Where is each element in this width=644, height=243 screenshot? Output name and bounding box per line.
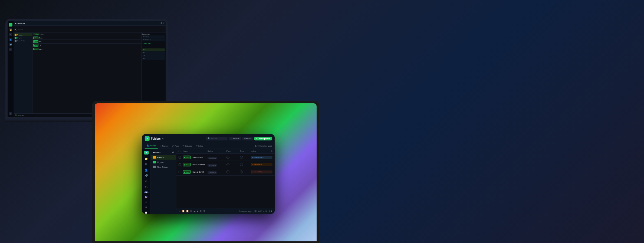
- folders-panel-header: Folders ⚙: [151, 150, 176, 155]
- bookmark-item-2[interactable]: Too...: [142, 51, 165, 54]
- new-folder-name: New Folder: [157, 166, 168, 168]
- sidebar-folder-icon[interactable]: 📁: [144, 157, 148, 160]
- extras-icon: ⚙: [196, 145, 198, 147]
- footer-icon-5[interactable]: ☁: [193, 210, 196, 212]
- checkbox-2[interactable]: [179, 163, 181, 166]
- sidebar-gear-icon[interactable]: ⚙: [145, 180, 147, 183]
- footer-icon-3[interactable]: 📋: [186, 210, 189, 212]
- sidebar-user-icon[interactable]: 👤: [144, 169, 148, 172]
- sidebar-display-icon[interactable]: 🖥: [145, 163, 147, 166]
- quick-add[interactable]: Quick Add: [142, 42, 165, 45]
- start-btn-3[interactable]: ▶ Start: [33, 44, 38, 47]
- bookmark-item-1[interactable]: Boo...: [142, 48, 165, 51]
- start-btn-row3[interactable]: ▶ Start: [183, 170, 191, 173]
- tab-statuses[interactable]: ⊙ Statuses: [180, 143, 194, 148]
- new-label: New Folder: [17, 40, 25, 42]
- row1-checkbox[interactable]: [179, 156, 183, 158]
- profile-row-3[interactable]: ▶ Start Litt...: [32, 44, 141, 47]
- row1-status: No status: [208, 155, 226, 160]
- sidebar-copy-icon[interactable]: 📋: [145, 211, 147, 214]
- create-profile-btn[interactable]: + Create profile: [254, 137, 272, 140]
- row3-name-cell: ▶ Start Harold Smith: [183, 170, 208, 173]
- rows-per-page-label: Rows per page:: [239, 210, 252, 212]
- row1-name-cell: ▶ Start Carl Parker: [183, 155, 208, 159]
- table-row-2[interactable]: ▶ Start Victor Nelson No status ○ ○: [176, 161, 275, 168]
- start-btn-2[interactable]: ▶ Start: [33, 40, 38, 43]
- left-logo: [9, 23, 12, 27]
- tab-extras[interactable]: ⚙ Extras: [194, 143, 205, 148]
- new-folder-icon: [153, 166, 156, 168]
- status-dot: [15, 114, 17, 116]
- tags-indicator-3: ○: [240, 170, 243, 173]
- power-icon: ⏻: [9, 112, 12, 115]
- amazon-folder-icon: [153, 156, 156, 159]
- center-header-bar: 🐬 Folders ⚙ 🔍 Search ↻ Refresh ⊞ Filters…: [142, 134, 275, 143]
- table-row-3[interactable]: ▶ Start Harold Smith No status ○ ○: [176, 168, 275, 176]
- refresh-btn[interactable]: ↻ Refresh: [229, 137, 241, 140]
- tab-proxies[interactable]: ☁ Proxies: [158, 143, 170, 148]
- metamask-item[interactable]: MetaMask: [142, 35, 165, 38]
- footer-icon-2[interactable]: 📋: [182, 210, 185, 212]
- checkbox-3[interactable]: [179, 170, 181, 173]
- sidebar-plus-icon[interactable]: ⊕: [145, 201, 147, 203]
- tab-profiles-sm[interactable]: Profiles: [33, 33, 40, 35]
- row3-proxy: ○: [226, 170, 240, 173]
- sidebar-power-icon[interactable]: ⏻: [145, 186, 147, 189]
- next-page-btn[interactable]: >: [271, 210, 272, 212]
- footer-icon-pause[interactable]: ⏸: [200, 210, 202, 212]
- filters-btn[interactable]: ⊞ Filters: [242, 137, 253, 140]
- sidebar-link-icon[interactable]: 🔗: [144, 174, 148, 177]
- start-btn-1[interactable]: ▶ Start: [33, 37, 38, 39]
- folder-item-crypto[interactable]: Crypto: [151, 160, 176, 165]
- left-search[interactable]: 🔍 Search: [14, 26, 166, 32]
- tab-ext-sm[interactable]: Ext...: [40, 33, 44, 35]
- add-icon-sm: +: [163, 22, 164, 24]
- bookmark-item-4[interactable]: Bar...: [142, 57, 165, 60]
- bookmark-item-3[interactable]: Litt...: [142, 54, 165, 57]
- checkbox-all[interactable]: [179, 150, 181, 152]
- search-bar[interactable]: 🔍 Search: [206, 137, 228, 140]
- row2-checkbox[interactable]: [179, 163, 183, 166]
- settings-icon-center[interactable]: ⚙: [162, 137, 164, 140]
- folder-amazon[interactable]: Amazon: [14, 33, 32, 36]
- user-icon: 👤: [9, 38, 12, 41]
- start-btn-4[interactable]: ▶ Start: [33, 48, 38, 50]
- folder-crypto[interactable]: Crypto: [14, 36, 32, 39]
- prev-page-btn[interactable]: <: [268, 210, 270, 212]
- profile-name-row3: Harold Smith: [192, 170, 204, 173]
- row3-tags: ○: [240, 170, 251, 173]
- search-icon-sm: 🔍: [15, 29, 17, 31]
- profile-row-2[interactable]: ▶ Start Tou...: [32, 40, 141, 44]
- footer-icon-play[interactable]: ▶: [197, 210, 199, 212]
- notes-settings-icon[interactable]: ⚙: [271, 150, 272, 152]
- folders-settings-icon[interactable]: ⚙: [172, 151, 174, 154]
- rows-count[interactable]: 5: [254, 210, 257, 212]
- authenticator-item[interactable]: Authenticator: [142, 38, 165, 41]
- footer-icon-1[interactable]: ✓: [179, 210, 181, 212]
- tags-indicator-1: ○: [240, 156, 243, 159]
- row3-checkbox[interactable]: [179, 170, 183, 173]
- center-app-window: 🐬 Folders ⚙ 🔍 Search ↻ Refresh ⊞ Filters…: [142, 134, 275, 214]
- sidebar-trash-icon[interactable]: 🗑: [145, 206, 147, 209]
- folder-item-new[interactable]: New Folder: [151, 165, 176, 169]
- footer-icon-4[interactable]: ⊕: [190, 210, 192, 212]
- profiles-icon: 👤: [147, 145, 149, 147]
- left-tabs: Profiles Ext...: [32, 32, 141, 36]
- sidebar-avatar: W: [144, 191, 148, 193]
- statuses-icon: ⊙: [182, 145, 184, 147]
- folder-new[interactable]: New Folder: [14, 39, 32, 42]
- proxy-indicator-3: ○: [226, 170, 229, 173]
- checkbox-1[interactable]: [179, 156, 181, 158]
- note-badge-3: ✏Not working...: [251, 170, 272, 173]
- col-tags-header: Tags: [240, 150, 251, 152]
- profile-row-4[interactable]: ▶ Start Bar...: [32, 47, 141, 51]
- profile-row-1[interactable]: ▶ Start Cos...: [32, 36, 141, 40]
- footer-icon-trash[interactable]: 🗑: [203, 210, 206, 212]
- start-btn-row2[interactable]: ▶ Start: [183, 163, 191, 166]
- start-btn-row1[interactable]: ▶ Start: [183, 155, 191, 159]
- tab-profiles[interactable]: 👤 Profiles: [145, 143, 158, 149]
- table-row-1[interactable]: ▶ Start Carl Parker No status ○ ○: [176, 154, 275, 161]
- folder-item-amazon[interactable]: Amazon: [151, 155, 176, 160]
- tab-tags[interactable]: 🏷 Tags: [170, 143, 180, 148]
- table-header-row: Name Status Proxy Tags Notes ⚙: [176, 149, 275, 154]
